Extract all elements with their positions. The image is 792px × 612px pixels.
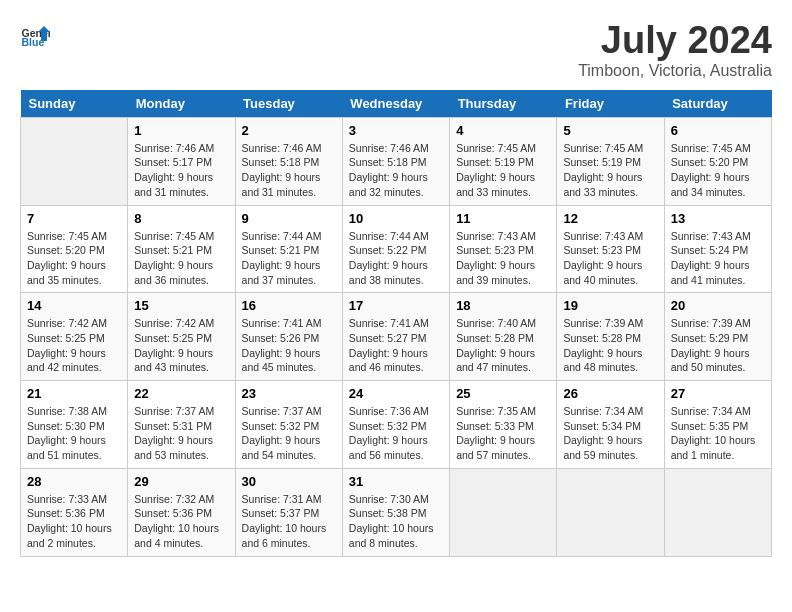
location-subtitle: Timboon, Victoria, Australia (578, 62, 772, 80)
day-info: Sunrise: 7:45 AM Sunset: 5:20 PM Dayligh… (671, 141, 765, 200)
calendar-table: Sunday Monday Tuesday Wednesday Thursday… (20, 90, 772, 557)
table-row: 23 Sunrise: 7:37 AM Sunset: 5:32 PM Dayl… (235, 381, 342, 469)
day-number: 1 (134, 123, 228, 138)
day-number: 5 (563, 123, 657, 138)
day-info: Sunrise: 7:41 AM Sunset: 5:26 PM Dayligh… (242, 316, 336, 375)
table-row: 24 Sunrise: 7:36 AM Sunset: 5:32 PM Dayl… (342, 381, 449, 469)
table-row: 17 Sunrise: 7:41 AM Sunset: 5:27 PM Dayl… (342, 293, 449, 381)
table-row: 13 Sunrise: 7:43 AM Sunset: 5:24 PM Dayl… (664, 205, 771, 293)
day-info: Sunrise: 7:32 AM Sunset: 5:36 PM Dayligh… (134, 492, 228, 551)
calendar-week-row: 1 Sunrise: 7:46 AM Sunset: 5:17 PM Dayli… (21, 117, 772, 205)
day-info: Sunrise: 7:43 AM Sunset: 5:23 PM Dayligh… (456, 229, 550, 288)
table-row: 25 Sunrise: 7:35 AM Sunset: 5:33 PM Dayl… (450, 381, 557, 469)
day-number: 9 (242, 211, 336, 226)
table-row: 29 Sunrise: 7:32 AM Sunset: 5:36 PM Dayl… (128, 468, 235, 556)
table-row: 9 Sunrise: 7:44 AM Sunset: 5:21 PM Dayli… (235, 205, 342, 293)
day-info: Sunrise: 7:46 AM Sunset: 5:18 PM Dayligh… (349, 141, 443, 200)
logo: General Blue (20, 20, 50, 50)
day-info: Sunrise: 7:45 AM Sunset: 5:20 PM Dayligh… (27, 229, 121, 288)
header-monday: Monday (128, 90, 235, 118)
day-number: 22 (134, 386, 228, 401)
day-number: 25 (456, 386, 550, 401)
header-thursday: Thursday (450, 90, 557, 118)
header-wednesday: Wednesday (342, 90, 449, 118)
day-number: 17 (349, 298, 443, 313)
header-tuesday: Tuesday (235, 90, 342, 118)
day-info: Sunrise: 7:45 AM Sunset: 5:19 PM Dayligh… (563, 141, 657, 200)
day-number: 12 (563, 211, 657, 226)
day-number: 16 (242, 298, 336, 313)
calendar-week-row: 28 Sunrise: 7:33 AM Sunset: 5:36 PM Dayl… (21, 468, 772, 556)
day-number: 8 (134, 211, 228, 226)
month-year-title: July 2024 (578, 20, 772, 62)
title-section: July 2024 Timboon, Victoria, Australia (578, 20, 772, 80)
table-row: 16 Sunrise: 7:41 AM Sunset: 5:26 PM Dayl… (235, 293, 342, 381)
day-info: Sunrise: 7:42 AM Sunset: 5:25 PM Dayligh… (27, 316, 121, 375)
header-saturday: Saturday (664, 90, 771, 118)
table-row: 7 Sunrise: 7:45 AM Sunset: 5:20 PM Dayli… (21, 205, 128, 293)
day-number: 29 (134, 474, 228, 489)
day-info: Sunrise: 7:31 AM Sunset: 5:37 PM Dayligh… (242, 492, 336, 551)
day-number: 15 (134, 298, 228, 313)
table-row (664, 468, 771, 556)
day-number: 19 (563, 298, 657, 313)
day-info: Sunrise: 7:34 AM Sunset: 5:35 PM Dayligh… (671, 404, 765, 463)
day-info: Sunrise: 7:33 AM Sunset: 5:36 PM Dayligh… (27, 492, 121, 551)
table-row: 15 Sunrise: 7:42 AM Sunset: 5:25 PM Dayl… (128, 293, 235, 381)
day-number: 3 (349, 123, 443, 138)
day-number: 18 (456, 298, 550, 313)
day-info: Sunrise: 7:35 AM Sunset: 5:33 PM Dayligh… (456, 404, 550, 463)
calendar-week-row: 14 Sunrise: 7:42 AM Sunset: 5:25 PM Dayl… (21, 293, 772, 381)
header-sunday: Sunday (21, 90, 128, 118)
table-row: 28 Sunrise: 7:33 AM Sunset: 5:36 PM Dayl… (21, 468, 128, 556)
day-info: Sunrise: 7:44 AM Sunset: 5:21 PM Dayligh… (242, 229, 336, 288)
table-row: 5 Sunrise: 7:45 AM Sunset: 5:19 PM Dayli… (557, 117, 664, 205)
weekday-header-row: Sunday Monday Tuesday Wednesday Thursday… (21, 90, 772, 118)
table-row: 3 Sunrise: 7:46 AM Sunset: 5:18 PM Dayli… (342, 117, 449, 205)
table-row: 6 Sunrise: 7:45 AM Sunset: 5:20 PM Dayli… (664, 117, 771, 205)
day-number: 21 (27, 386, 121, 401)
day-info: Sunrise: 7:34 AM Sunset: 5:34 PM Dayligh… (563, 404, 657, 463)
day-number: 28 (27, 474, 121, 489)
day-info: Sunrise: 7:41 AM Sunset: 5:27 PM Dayligh… (349, 316, 443, 375)
calendar-week-row: 21 Sunrise: 7:38 AM Sunset: 5:30 PM Dayl… (21, 381, 772, 469)
table-row (21, 117, 128, 205)
table-row: 19 Sunrise: 7:39 AM Sunset: 5:28 PM Dayl… (557, 293, 664, 381)
table-row: 4 Sunrise: 7:45 AM Sunset: 5:19 PM Dayli… (450, 117, 557, 205)
page-header: General Blue July 2024 Timboon, Victoria… (20, 20, 772, 80)
day-number: 30 (242, 474, 336, 489)
day-info: Sunrise: 7:43 AM Sunset: 5:24 PM Dayligh… (671, 229, 765, 288)
day-number: 10 (349, 211, 443, 226)
table-row: 1 Sunrise: 7:46 AM Sunset: 5:17 PM Dayli… (128, 117, 235, 205)
table-row: 8 Sunrise: 7:45 AM Sunset: 5:21 PM Dayli… (128, 205, 235, 293)
day-number: 24 (349, 386, 443, 401)
table-row: 26 Sunrise: 7:34 AM Sunset: 5:34 PM Dayl… (557, 381, 664, 469)
table-row: 18 Sunrise: 7:40 AM Sunset: 5:28 PM Dayl… (450, 293, 557, 381)
table-row: 2 Sunrise: 7:46 AM Sunset: 5:18 PM Dayli… (235, 117, 342, 205)
day-info: Sunrise: 7:36 AM Sunset: 5:32 PM Dayligh… (349, 404, 443, 463)
day-info: Sunrise: 7:44 AM Sunset: 5:22 PM Dayligh… (349, 229, 443, 288)
table-row: 27 Sunrise: 7:34 AM Sunset: 5:35 PM Dayl… (664, 381, 771, 469)
day-number: 14 (27, 298, 121, 313)
table-row: 12 Sunrise: 7:43 AM Sunset: 5:23 PM Dayl… (557, 205, 664, 293)
table-row: 14 Sunrise: 7:42 AM Sunset: 5:25 PM Dayl… (21, 293, 128, 381)
day-info: Sunrise: 7:37 AM Sunset: 5:32 PM Dayligh… (242, 404, 336, 463)
calendar-week-row: 7 Sunrise: 7:45 AM Sunset: 5:20 PM Dayli… (21, 205, 772, 293)
table-row: 20 Sunrise: 7:39 AM Sunset: 5:29 PM Dayl… (664, 293, 771, 381)
day-info: Sunrise: 7:46 AM Sunset: 5:17 PM Dayligh… (134, 141, 228, 200)
day-info: Sunrise: 7:38 AM Sunset: 5:30 PM Dayligh… (27, 404, 121, 463)
day-info: Sunrise: 7:45 AM Sunset: 5:19 PM Dayligh… (456, 141, 550, 200)
table-row (557, 468, 664, 556)
day-number: 7 (27, 211, 121, 226)
day-info: Sunrise: 7:40 AM Sunset: 5:28 PM Dayligh… (456, 316, 550, 375)
day-info: Sunrise: 7:45 AM Sunset: 5:21 PM Dayligh… (134, 229, 228, 288)
day-number: 2 (242, 123, 336, 138)
day-info: Sunrise: 7:30 AM Sunset: 5:38 PM Dayligh… (349, 492, 443, 551)
day-number: 4 (456, 123, 550, 138)
day-info: Sunrise: 7:39 AM Sunset: 5:29 PM Dayligh… (671, 316, 765, 375)
day-number: 31 (349, 474, 443, 489)
day-info: Sunrise: 7:43 AM Sunset: 5:23 PM Dayligh… (563, 229, 657, 288)
day-number: 11 (456, 211, 550, 226)
day-number: 13 (671, 211, 765, 226)
table-row (450, 468, 557, 556)
